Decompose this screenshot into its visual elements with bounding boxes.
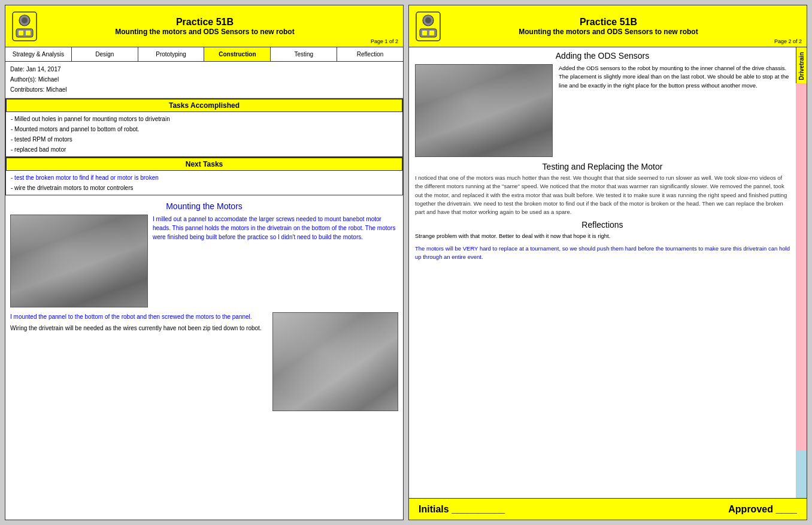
- footer-approved: Approved ____: [608, 504, 797, 515]
- reflection-para2: The motors will be VERY hard to replace …: [415, 245, 790, 262]
- ods-image: [415, 64, 553, 157]
- task-item: - Milled out holes in pannel for mountin…: [11, 114, 398, 124]
- svg-point-8: [425, 17, 431, 23]
- mounting-bottom-text: I mounted the pannel to the bottom of th…: [10, 312, 268, 335]
- nav-construction[interactable]: Construction: [204, 47, 271, 61]
- nav-design[interactable]: Design: [72, 47, 138, 61]
- next-tasks-header: Next Tasks: [6, 158, 402, 171]
- next-tasks-list: - test the broken motor to find if head …: [6, 171, 402, 195]
- logo-icon: [10, 10, 39, 43]
- nav-strategy[interactable]: Strategy & Analysis: [5, 47, 72, 61]
- next-tasks-section: Next Tasks - test the broken motor to fi…: [5, 157, 403, 195]
- contributors-field: Contributors: Michael: [10, 85, 398, 95]
- motor-image-1: [10, 215, 148, 307]
- page2-header: Practice 51B Mounting the motors and ODS…: [409, 5, 807, 47]
- page1: Practice 51B Mounting the motors and ODS…: [5, 5, 404, 520]
- nav-prototyping[interactable]: Prototyping: [138, 47, 205, 61]
- mounting-bottom-row: I mounted the pannel to the bottom of th…: [10, 312, 398, 411]
- footer-initials: Initials __________: [419, 504, 608, 515]
- svg-point-2: [22, 17, 28, 23]
- task-item: - Mounted motors and pannel to bottom of…: [11, 124, 398, 134]
- page1-title: Practice 51B: [44, 17, 366, 28]
- header2-center: Practice 51B Mounting the motors and ODS…: [447, 17, 769, 36]
- ods-row: Added the ODS sensors to the robot by mo…: [415, 64, 790, 157]
- mounting-section: Mounting the Motors I milled out a panne…: [5, 195, 403, 520]
- side-tab-drivetrain: Drivetrain: [796, 47, 807, 83]
- side-tab-label: Drivetrain: [798, 52, 805, 80]
- svg-rect-4: [19, 31, 23, 35]
- task-item: - replaced bad motor: [11, 144, 398, 155]
- ods-title: Adding the ODS Sensors: [415, 51, 790, 61]
- nav-bar: Strategy & Analysis Design Prototyping C…: [5, 47, 403, 62]
- page2-main: Adding the ODS Sensors Added the ODS sen…: [409, 47, 796, 498]
- svg-rect-11: [429, 31, 434, 35]
- reflections-title: Reflections: [415, 220, 790, 230]
- nav-testing[interactable]: Testing: [271, 47, 337, 61]
- mounting-top-row: I milled out a pannel to accomodate the …: [10, 215, 398, 307]
- logo-icon-2: [414, 10, 443, 43]
- nav-reflection[interactable]: Reflection: [337, 47, 403, 61]
- side-tabs: Drivetrain: [796, 47, 807, 498]
- page1-subtitle: Mounting the motors and ODS Sensors to n…: [44, 28, 366, 36]
- date-field: Date: Jan 14, 2017: [10, 65, 398, 74]
- header-center: Practice 51B Mounting the motors and ODS…: [44, 17, 366, 36]
- svg-rect-5: [26, 31, 31, 35]
- testing-body: I noticed that one of the motors was muc…: [415, 174, 790, 216]
- page1-pagenum: Page 1 of 2: [371, 38, 398, 44]
- next-task-item: - test the broken motor to find if head …: [11, 173, 398, 183]
- mounting-para1: I milled out a pannel to accomodate the …: [153, 215, 398, 307]
- page1-header: Practice 51B Mounting the motors and ODS…: [5, 5, 403, 47]
- side-tab-pink: [796, 83, 807, 450]
- ods-body: Added the ODS sensors to the robot by mo…: [559, 64, 790, 157]
- tasks-accomplished-list: - Milled out holes in pannel for mountin…: [6, 112, 402, 156]
- side-tab-blue: [796, 450, 807, 498]
- footer: Initials __________ Approved ____: [409, 498, 807, 520]
- svg-rect-10: [422, 31, 427, 35]
- next-task-item: - wire the drivetrain motors to motor co…: [11, 183, 398, 193]
- authors-field: Author(s): Michael: [10, 75, 398, 85]
- page2-pagenum: Page 2 of 2: [774, 38, 802, 44]
- page2: Practice 51B Mounting the motors and ODS…: [408, 5, 807, 520]
- tasks-accomplished-header: Tasks Accomplished: [6, 99, 402, 112]
- testing-title: Testing and Replacing the Motor: [415, 162, 790, 171]
- task-item: - tested RPM of motors: [11, 134, 398, 144]
- reflection-para1: Strange problem with that motor. Better …: [415, 232, 790, 240]
- page2-subtitle: Mounting the motors and ODS Sensors to n…: [447, 28, 769, 36]
- motor-image-2: [272, 312, 398, 411]
- meta-section: Date: Jan 14, 2017 Author(s): Michael Co…: [5, 62, 403, 98]
- tasks-accomplished-section: Tasks Accomplished - Milled out holes in…: [5, 98, 403, 157]
- mounting-title: Mounting the Motors: [10, 201, 398, 211]
- page2-title: Practice 51B: [447, 17, 769, 28]
- page2-body: Adding the ODS Sensors Added the ODS sen…: [409, 47, 807, 498]
